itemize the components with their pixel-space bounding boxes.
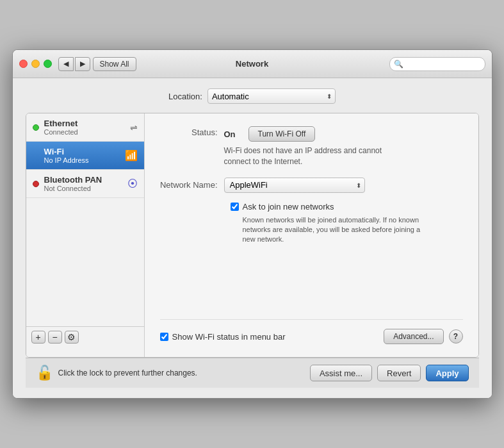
- sidebar-item-bluetooth[interactable]: Bluetooth PAN Not Connected ⦿: [26, 170, 144, 198]
- show-wifi-left: Show Wi-Fi status in menu bar: [160, 332, 286, 342]
- sidebar-item-wifi[interactable]: Wi-Fi No IP Address 📶: [26, 142, 144, 170]
- status-on-row: On Turn Wi-Fi Off: [224, 126, 463, 142]
- bluetooth-icon: ⦿: [127, 178, 138, 190]
- status-label: Status:: [160, 126, 218, 137]
- sidebar-item-wifi-info: Wi-Fi No IP Address: [33, 147, 89, 164]
- show-wifi-right: Advanced... ?: [384, 329, 462, 344]
- show-wifi-row: Show Wi-Fi status in menu bar Advanced..…: [160, 319, 463, 344]
- revert-button[interactable]: Revert: [377, 365, 421, 381]
- search-box[interactable]: 🔍: [389, 57, 485, 71]
- location-row: Location: Automatic Edit Locations...: [26, 88, 479, 104]
- location-label: Location:: [168, 92, 202, 101]
- detail-spacer: [160, 250, 463, 319]
- title-bar: ◀ ▶ Show All Network 🔍: [13, 50, 492, 78]
- ethernet-status-dot: [33, 124, 39, 131]
- advanced-button[interactable]: Advanced...: [384, 329, 443, 344]
- network-select-wrapper: AppleWiFi Other...: [224, 178, 365, 193]
- location-select[interactable]: Automatic Edit Locations...: [207, 88, 336, 104]
- bluetooth-name: Bluetooth PAN: [44, 175, 102, 185]
- show-wifi-checkbox[interactable]: [160, 333, 168, 341]
- ethernet-name: Ethernet: [44, 119, 78, 128]
- traffic-lights: [19, 60, 52, 68]
- ask-join-label: Ask to join new networks: [243, 202, 334, 212]
- bottom-actions: Assist me... Revert Apply: [310, 365, 469, 381]
- search-input[interactable]: [405, 60, 481, 69]
- window-title: Network: [236, 59, 268, 69]
- bluetooth-status: Not Connected: [44, 185, 102, 192]
- ethernet-status: Connected: [44, 128, 78, 136]
- back-button[interactable]: ◀: [58, 57, 74, 71]
- sidebar: Ethernet Connected ⇌ Wi-Fi No IP Ad: [26, 113, 145, 357]
- search-icon: 🔍: [394, 60, 403, 69]
- sidebar-item-bluetooth-info: Bluetooth PAN Not Connected: [33, 175, 102, 192]
- status-description: Wi-Fi does not have an IP address and ca…: [224, 145, 403, 167]
- apply-button[interactable]: Apply: [426, 365, 468, 381]
- network-window: ◀ ▶ Show All Network 🔍 Location: Automat…: [12, 49, 492, 399]
- ask-join-section: Ask to join new networks Known networks …: [160, 202, 463, 245]
- network-name-label: Network Name:: [160, 180, 218, 190]
- bottom-bar: 🔓 Click the lock to prevent further chan…: [26, 358, 479, 388]
- sidebar-item-ethernet[interactable]: Ethernet Connected ⇌: [26, 113, 144, 142]
- minimize-button[interactable]: [31, 60, 40, 68]
- status-section: Status: On Turn Wi-Fi Off Wi-Fi does not…: [160, 126, 463, 167]
- network-name-section: Network Name: AppleWiFi Other...: [160, 178, 463, 193]
- maximize-button[interactable]: [44, 60, 52, 68]
- wifi-text: Wi-Fi No IP Address: [44, 147, 89, 164]
- bluetooth-status-dot: [33, 181, 39, 187]
- content-area: Location: Automatic Edit Locations...: [13, 78, 492, 398]
- detail-panel: Status: On Turn Wi-Fi Off Wi-Fi does not…: [145, 113, 478, 357]
- lock-area: 🔓 Click the lock to prevent further chan…: [36, 365, 197, 381]
- lock-icon[interactable]: 🔓: [36, 365, 53, 381]
- help-button[interactable]: ?: [449, 329, 463, 344]
- forward-button[interactable]: ▶: [75, 57, 90, 71]
- show-all-button[interactable]: Show All: [93, 57, 136, 71]
- ask-join-row: Ask to join new networks: [231, 202, 463, 212]
- ask-join-description: Known networks will be joined automatica…: [243, 215, 428, 245]
- status-value: On: [224, 129, 236, 139]
- assist-me-button[interactable]: Assist me...: [310, 365, 372, 381]
- add-service-button[interactable]: +: [31, 331, 45, 344]
- close-button[interactable]: [19, 60, 28, 68]
- ethernet-icon: ⇌: [130, 122, 138, 133]
- ethernet-text: Ethernet Connected: [44, 119, 78, 136]
- sidebar-empty-space: [26, 198, 144, 326]
- sidebar-item-ethernet-info: Ethernet Connected: [33, 119, 78, 136]
- turn-wifi-off-button[interactable]: Turn Wi-Fi Off: [248, 126, 316, 142]
- wifi-dot-spacer: [33, 153, 39, 159]
- service-gear-button[interactable]: ⚙: [65, 331, 79, 344]
- lock-text: Click the lock to prevent further change…: [58, 369, 197, 377]
- bluetooth-text: Bluetooth PAN Not Connected: [44, 175, 102, 192]
- status-info: On Turn Wi-Fi Off Wi-Fi does not have an…: [224, 126, 463, 167]
- network-name-select[interactable]: AppleWiFi Other...: [224, 178, 365, 193]
- ask-join-checkbox[interactable]: [231, 203, 239, 211]
- show-wifi-label: Show Wi-Fi status in menu bar: [172, 332, 286, 342]
- sidebar-list: Ethernet Connected ⇌ Wi-Fi No IP Ad: [26, 113, 144, 198]
- main-panel: Ethernet Connected ⇌ Wi-Fi No IP Ad: [26, 113, 479, 358]
- wifi-icon: 📶: [125, 149, 138, 162]
- wifi-status: No IP Address: [44, 156, 89, 164]
- sidebar-controls: + − ⚙: [26, 326, 144, 347]
- location-select-wrapper: Automatic Edit Locations...: [207, 88, 336, 104]
- wifi-name: Wi-Fi: [44, 147, 89, 156]
- nav-buttons: ◀ ▶: [58, 57, 90, 71]
- remove-service-button[interactable]: −: [48, 331, 62, 344]
- ask-join-content: Ask to join new networks Known networks …: [231, 202, 463, 245]
